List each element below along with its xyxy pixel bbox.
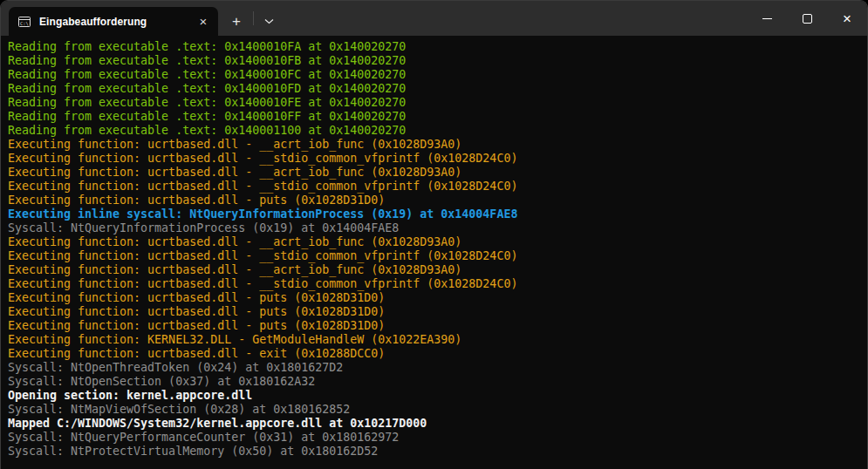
minimize-icon: [762, 18, 772, 19]
terminal-output[interactable]: Reading from executable .text: 0x1400010…: [1, 36, 867, 469]
terminal-line: Reading from executable .text: 0x1400010…: [8, 110, 860, 124]
terminal-line: Executing function: ucrtbased.dll - __st…: [8, 249, 860, 263]
terminal-line: Opening section: kernel.appcore.dll: [8, 389, 860, 403]
terminal-line: Executing function: ucrtbased.dll - puts…: [8, 319, 860, 333]
tab-bar-divider: [253, 11, 254, 25]
terminal-window: C:\ Eingabeaufforderung × + × Rea: [0, 0, 868, 469]
close-button[interactable]: ×: [827, 1, 867, 36]
terminal-line: Syscall: NtMapViewOfSection (0x28) at 0x…: [8, 403, 860, 417]
terminal-line: Reading from executable .text: 0x1400010…: [8, 96, 860, 110]
close-icon: ×: [843, 11, 851, 26]
terminal-line: Executing function: ucrtbased.dll - __st…: [8, 180, 860, 194]
terminal-line: Executing inline syscall: NtQueryInforma…: [8, 207, 860, 221]
tab-close-button[interactable]: ×: [194, 12, 213, 31]
tab-dropdown-button[interactable]: [256, 7, 282, 36]
terminal-line: Reading from executable .text: 0x1400011…: [8, 124, 860, 138]
window-controls: ×: [747, 1, 867, 36]
terminal-line: Executing function: ucrtbased.dll - puts…: [8, 291, 860, 305]
terminal-line: Reading from executable .text: 0x1400010…: [8, 54, 860, 68]
tab-eingabeaufforderung[interactable]: C:\ Eingabeaufforderung ×: [9, 7, 218, 36]
terminal-line: Executing function: KERNEL32.DLL - GetMo…: [8, 333, 860, 347]
terminal-line: Syscall: NtOpenThreadToken (0x24) at 0x1…: [8, 361, 860, 375]
terminal-line: Executing function: ucrtbased.dll - __ac…: [8, 138, 860, 152]
terminal-line: Reading from executable .text: 0x1400010…: [8, 68, 860, 82]
terminal-line: Reading from executable .text: 0x1400010…: [8, 40, 860, 54]
chevron-down-icon: [264, 18, 274, 24]
terminal-line: Syscall: NtQueryInformationProcess (0x19…: [8, 221, 860, 235]
terminal-line: Executing function: ucrtbased.dll - __st…: [8, 277, 860, 291]
minimize-button[interactable]: [747, 1, 787, 36]
maximize-button[interactable]: [787, 1, 827, 36]
cmd-icon: C:\: [17, 15, 31, 29]
terminal-line: Reading from executable .text: 0x1400010…: [8, 82, 860, 96]
terminal-line: Executing function: ucrtbased.dll - __ac…: [8, 263, 860, 277]
terminal-line: Executing function: ucrtbased.dll - __st…: [8, 152, 860, 166]
terminal-line: Mapped C:/WINDOWS/System32/kernel.appcor…: [8, 417, 860, 431]
terminal-line: Syscall: NtProtectVirtualMemory (0x50) a…: [8, 445, 860, 459]
terminal-line: Executing function: ucrtbased.dll - __ac…: [8, 235, 860, 249]
terminal-line: Executing function: ucrtbased.dll - __ac…: [8, 166, 860, 180]
new-tab-button[interactable]: +: [222, 7, 251, 36]
tab-title: Eingabeaufforderung: [39, 16, 186, 28]
maximize-icon: [803, 14, 812, 24]
terminal-line: Syscall: NtOpenSection (0x37) at 0x18016…: [8, 375, 860, 389]
terminal-line: Syscall: NtQueryPerformanceCounter (0x31…: [8, 431, 860, 445]
terminal-line: Executing function: ucrtbased.dll - exit…: [8, 347, 860, 361]
svg-text:C:\: C:\: [20, 20, 29, 25]
title-bar[interactable]: C:\ Eingabeaufforderung × + ×: [1, 1, 867, 36]
terminal-line: Executing function: ucrtbased.dll - puts…: [8, 305, 860, 319]
terminal-line: Executing function: ucrtbased.dll - puts…: [8, 194, 860, 207]
